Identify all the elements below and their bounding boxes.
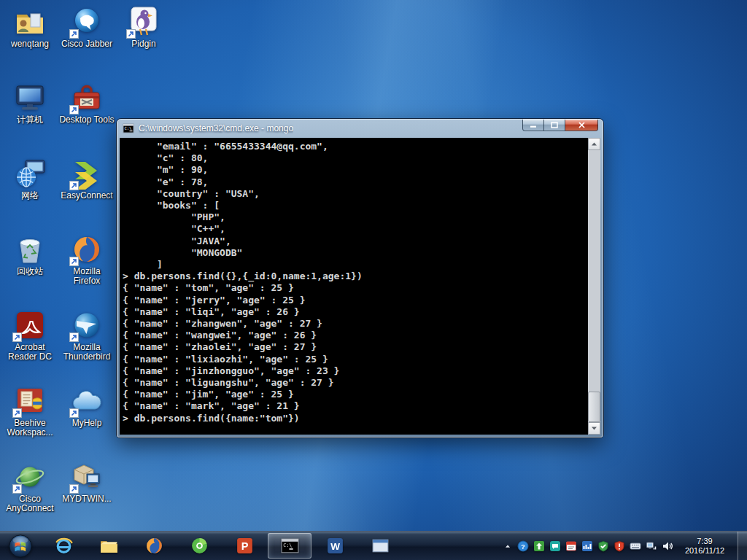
console-scrollbar[interactable] [588, 138, 600, 435]
tray-stats-icon[interactable] [579, 537, 595, 555]
jabber-icon [71, 6, 103, 38]
beehive-icon [14, 385, 46, 417]
desktop-icon-beehive-workspace[interactable]: Beehive Workspac... [1, 385, 58, 461]
taskbar-button-program-window[interactable] [358, 533, 402, 559]
green-browser-icon [190, 536, 209, 556]
tray-upload-icon[interactable] [531, 537, 547, 555]
desktop-icon-label: 回收站 [17, 267, 43, 276]
desktop-icon-label: 网络 [21, 191, 39, 201]
console-line: "email" : "6655433344@qq.com", [123, 141, 588, 152]
taskbar-clock[interactable]: 7:39 2016/11/12 [676, 537, 734, 556]
svg-text:P: P [241, 540, 248, 552]
shortcut-arrow-icon [69, 257, 79, 266]
shortcut-arrow-icon [69, 29, 79, 39]
console-line: { "name" : "lixiaozhi", "age" : 25 } [123, 354, 588, 365]
firefox-icon [71, 233, 103, 265]
console-line: { "name" : "zhangwen", "age" : 27 } [123, 318, 588, 330]
network-icon [14, 158, 46, 190]
hidden-icons-button[interactable] [500, 537, 515, 555]
anyconnect-icon [14, 461, 46, 493]
console-line: "c" : 80, [123, 152, 588, 164]
console-line: > db.persons.find({},{_id:0,name:1,age:1… [123, 271, 588, 282]
desktop-icon-recycle-bin[interactable]: 回收站 [1, 233, 58, 309]
system-tray: ? 7:39 2016/11/12 [500, 532, 747, 560]
tray-input-method-icon[interactable] [627, 537, 643, 555]
shortcut-arrow-icon [69, 408, 79, 418]
minimize-button[interactable] [522, 120, 543, 131]
shortcut-arrow-icon [69, 484, 79, 494]
program-window-icon [371, 536, 390, 556]
console-line: { "name" : "jerry", "age" : 25 } [123, 295, 588, 306]
desktop-icon-label: Cisco Jabber [61, 39, 112, 49]
start-button[interactable] [0, 532, 41, 560]
desktop-icon-acrobat-reader-dc[interactable]: Acrobat Reader DC [1, 309, 58, 385]
scroll-up-button[interactable] [588, 138, 600, 150]
scroll-down-button[interactable] [588, 422, 600, 435]
desktop-icon-label: wenqtang [11, 39, 49, 49]
console-line: { "name" : "wangwei", "age" : 26 } [123, 330, 588, 341]
desktop-icon-network-places[interactable]: 网络 [1, 158, 58, 233]
console-line: { "name" : "mark", "age" : 21 } [123, 400, 588, 412]
tray-chat-icon[interactable] [547, 537, 563, 555]
console-line: "m" : 90, [123, 164, 588, 176]
installer-icon [71, 461, 103, 493]
taskbar-button-internet-explorer[interactable] [42, 533, 85, 559]
console-line: "e" : 78, [123, 176, 588, 188]
desktop-icon-label: Mozilla Firefox [59, 267, 115, 286]
desktop-icon-mozilla-thunderbird[interactable]: Mozilla Thunderbird [58, 309, 115, 385]
window-titlebar[interactable]: C:\ C:\windows\system32\cmd.exe - mongo [117, 119, 603, 138]
console-line: { "name" : "liqi", "age" : 26 } [123, 306, 588, 318]
desktop-icon-label: Beehive Workspac... [2, 419, 58, 438]
console-line: { "name" : "liguangshu", "age" : 27 } [123, 377, 588, 389]
shortcut-arrow-icon [69, 181, 79, 190]
taskbar-button-word[interactable]: W [313, 533, 357, 559]
show-desktop-button[interactable] [738, 532, 747, 560]
user-folder-icon [14, 6, 46, 38]
console-line: { "name" : "jinzhongguo", "age" : 23 } [123, 365, 588, 377]
desktop-icon-pidgin[interactable]: Pidgin [115, 6, 172, 82]
recycle-bin-icon [14, 233, 46, 265]
maximize-button[interactable] [543, 120, 565, 131]
console-line: { "name" : "jim", "age" : 25 } [123, 389, 588, 400]
tray-antivirus-green-icon[interactable] [595, 537, 611, 555]
tray-calendar-icon[interactable] [563, 537, 579, 555]
tray-help-icon[interactable]: ? [515, 537, 531, 555]
shortcut-arrow-icon [126, 29, 136, 39]
toolbox-icon [71, 82, 103, 114]
desktop-icon-mozilla-firefox[interactable]: Mozilla Firefox [58, 233, 115, 309]
console-output[interactable]: "email" : "6655433344@qq.com", "c" : 80,… [120, 138, 588, 435]
close-button[interactable] [565, 120, 598, 131]
desktop-icon-myhelp[interactable]: MyHelp [58, 385, 115, 461]
svg-text:W: W [330, 541, 340, 552]
taskbar-button-firefox[interactable] [132, 533, 176, 559]
desktop: wenqtang计算机网络回收站Acrobat Reader DCBeehive… [0, 0, 747, 560]
console-line: "country" : "USA", [123, 188, 588, 200]
computer-icon [14, 82, 46, 114]
console-line: "C++", [123, 223, 588, 235]
desktop-icon-cisco-jabber[interactable]: Cisco Jabber [58, 6, 115, 82]
cloud-icon [71, 385, 103, 417]
shortcut-arrow-icon [12, 484, 22, 494]
taskbar-button-green-browser[interactable] [177, 533, 221, 559]
desktop-icon-desktop-tools[interactable]: Desktop Tools [58, 82, 115, 158]
clock-date: 2016/11/12 [677, 546, 732, 556]
tray-volume-icon[interactable] [659, 537, 676, 555]
pidgin-icon [128, 6, 160, 38]
windows-explorer-icon [99, 536, 119, 556]
taskbar-button-windows-explorer[interactable] [87, 533, 131, 559]
taskbar-button-cmd[interactable]: C:\ [268, 533, 311, 559]
taskbar: PC:\W ? 7:39 2016/11/12 [0, 531, 747, 560]
tray-antivirus-red-icon[interactable] [611, 537, 627, 555]
desktop-icon-easyconnect[interactable]: EasyConnect [58, 158, 115, 233]
internet-explorer-icon [54, 536, 74, 556]
taskbar-button-powerpoint[interactable]: P [222, 533, 266, 559]
desktop-icon-cisco-anyconnect[interactable]: Cisco AnyConnect [1, 461, 58, 537]
desktop-icon-label: MYDTWIN... [62, 494, 111, 504]
desktop-icon-label: EasyConnect [61, 191, 112, 201]
tray-network-icon[interactable] [643, 537, 659, 555]
scrollbar-thumb[interactable] [588, 392, 600, 422]
desktop-icon-mydtwin[interactable]: MYDTWIN... [58, 461, 115, 537]
desktop-icon-label: 计算机 [17, 115, 43, 125]
desktop-icon-wenqtang[interactable]: wenqtang [1, 6, 58, 82]
desktop-icon-computer[interactable]: 计算机 [1, 82, 58, 158]
